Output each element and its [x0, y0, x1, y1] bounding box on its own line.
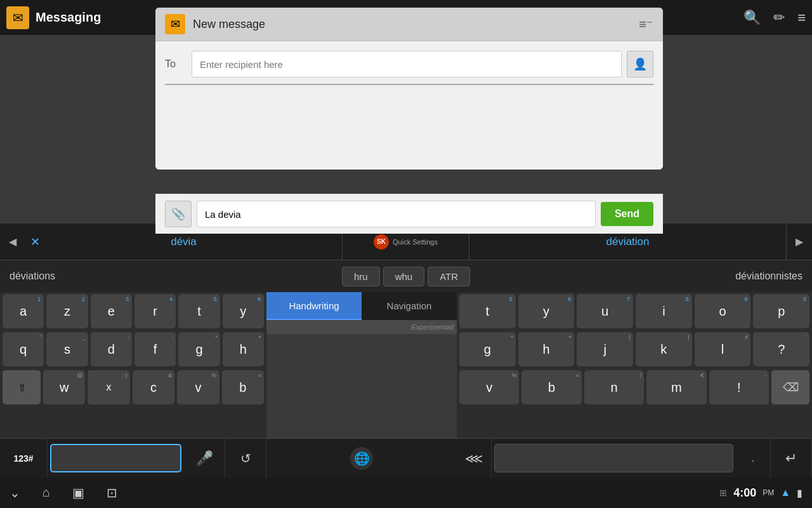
key-q[interactable]: "q: [3, 332, 44, 366]
clock: 4:00: [733, 486, 756, 500]
key-row-2-left: "q _s ;d :f *g +h: [0, 330, 266, 368]
sub-suggestion-right-text[interactable]: déviationnistes: [735, 271, 802, 282]
new-message-dialog: ✉ New message ≡⁻ To 👤: [155, 8, 663, 170]
key-f[interactable]: :f: [134, 332, 176, 366]
key-row-2-right: *g +h (j )k #l '?: [457, 330, 812, 368]
key-j[interactable]: (j: [577, 332, 633, 366]
sub-suggestion-left-text[interactable]: déviations: [10, 271, 55, 282]
back-button[interactable]: ⌄: [10, 485, 20, 500]
keyboard-main: 1a 2z 3e 4r 5t 6y "q _s ;d :f *g +h ⇧ @w…: [0, 292, 812, 438]
mic-key[interactable]: 🎤: [184, 439, 225, 478]
space-key-right[interactable]: [494, 444, 733, 472]
key-b[interactable]: =b: [222, 370, 264, 404]
key-y-left[interactable]: 6y: [223, 294, 264, 328]
undo-key[interactable]: ↺: [225, 439, 266, 478]
keyboard-left: 1a 2z 3e 4r 5t 6y "q _s ;d :f *g +h ⇧ @w…: [0, 292, 266, 438]
attach-button[interactable]: 📎: [165, 201, 192, 227]
keyboard-center: Handwriting Navigation Experimentall: [266, 292, 457, 438]
key-d[interactable]: ;d: [91, 332, 132, 366]
key-e[interactable]: 3e: [91, 294, 132, 328]
key-s[interactable]: _s: [46, 332, 88, 366]
sub-suggest-whu[interactable]: whu: [383, 267, 425, 286]
key-y-right[interactable]: 6y: [518, 294, 575, 328]
keyboard-area: ◀ ✕ dévia SK Quick Settings déviation ▶ …: [0, 224, 812, 478]
dialog-header: ✉ New message ≡⁻: [155, 8, 663, 41]
app-icon: ✉: [6, 6, 29, 29]
experimental-label: Experimentall: [411, 323, 454, 331]
key-c[interactable]: &c: [133, 370, 174, 404]
backspace-key[interactable]: ⌫: [771, 370, 809, 404]
key-g-right[interactable]: *g: [459, 332, 516, 366]
key-u[interactable]: 7u: [577, 294, 633, 328]
key-row-1-left: 1a 2z 3e 4r 5t 6y: [0, 292, 266, 330]
dialog-title: New message: [193, 18, 639, 31]
key-exclaim[interactable]: -!: [709, 370, 769, 404]
key-k[interactable]: )k: [636, 332, 692, 366]
to-row: To 👤: [165, 51, 653, 77]
dialog-menu-button[interactable]: ≡⁻: [639, 17, 653, 32]
right-nav-arrow[interactable]: ▶: [787, 224, 812, 260]
compose-row: 📎 Send: [155, 194, 663, 234]
key-g[interactable]: *g: [178, 332, 219, 366]
enter-key[interactable]: ↵: [771, 439, 812, 478]
send-button[interactable]: Send: [601, 202, 653, 226]
keyboard-bottom-row: 123# 🎤 ↺ 🌐 ⋘ . ↵: [0, 438, 812, 478]
key-z[interactable]: 2z: [46, 294, 88, 328]
close-icon[interactable]: ✕: [30, 235, 40, 249]
message-body[interactable]: [165, 84, 653, 160]
key-p[interactable]: 0p: [753, 294, 809, 328]
key-v-right[interactable]: %v: [459, 370, 519, 404]
sub-suggest-hru[interactable]: hru: [342, 267, 380, 286]
keyboard-bottom-center: 🌐: [266, 439, 457, 478]
contact-button[interactable]: 👤: [627, 51, 653, 77]
key-b-right[interactable]: =b: [521, 370, 581, 404]
key-n[interactable]: /n: [584, 370, 644, 404]
keyboard-tab-row: Handwriting Navigation: [266, 292, 457, 320]
space-key-left[interactable]: [50, 444, 181, 472]
sub-suggestions-center: hru whu ATR: [311, 267, 501, 286]
dot-key[interactable]: .: [736, 439, 771, 478]
handwriting-canvas[interactable]: Experimentall: [266, 320, 457, 334]
key-i[interactable]: 8i: [636, 294, 692, 328]
dialog-body: To 👤: [155, 41, 663, 170]
suggestion-left-text: dévia: [171, 236, 197, 248]
recents-button[interactable]: ▣: [72, 485, 84, 500]
search-icon[interactable]: 🔍: [743, 10, 761, 26]
num-key[interactable]: 123#: [0, 439, 48, 478]
message-input[interactable]: [197, 201, 596, 227]
shift-key[interactable]: ⇧: [3, 370, 41, 404]
share-key[interactable]: ⋘: [457, 439, 492, 478]
sub-suggest-atr[interactable]: ATR: [428, 267, 470, 286]
key-t[interactable]: 5t: [178, 294, 219, 328]
dialog-icon: ✉: [165, 14, 185, 34]
left-nav-arrow[interactable]: ◀: [0, 224, 25, 260]
key-x[interactable]: :-)x: [88, 370, 129, 404]
to-label: To: [165, 58, 184, 70]
menu-icon[interactable]: ≡: [797, 10, 806, 26]
globe-key[interactable]: 🌐: [350, 447, 373, 470]
system-nav: ⌄ ⌂ ▣ ⊡: [10, 485, 719, 500]
compose-icon[interactable]: ✏: [773, 10, 785, 26]
sub-suggestion-right: déviationnistes: [501, 271, 812, 282]
home-button[interactable]: ⌂: [43, 485, 50, 500]
sub-suggestion-left: déviations: [0, 271, 311, 282]
quick-settings-label: Quick Settings: [393, 238, 438, 246]
key-row-3-right: %v =b /n €m -! ⌫: [457, 368, 812, 406]
key-h[interactable]: +h: [223, 332, 264, 366]
key-a[interactable]: 1a: [3, 294, 44, 328]
key-h-right[interactable]: +h: [518, 332, 575, 366]
tab-handwriting[interactable]: Handwriting: [266, 292, 362, 320]
keyboard-right: 5t 6y 7u 8i 9o 0p *g +h (j )k #l '? %v =…: [457, 292, 812, 438]
recipient-input[interactable]: [192, 51, 622, 77]
key-v[interactable]: %v: [177, 370, 219, 404]
key-l[interactable]: #l: [695, 332, 751, 366]
key-r[interactable]: 4r: [134, 294, 176, 328]
system-status: ⊞ 4:00 PM ▲ ▮: [719, 486, 802, 500]
key-question[interactable]: '?: [753, 332, 809, 366]
key-t-right[interactable]: 5t: [459, 294, 516, 328]
key-o[interactable]: 9o: [695, 294, 751, 328]
key-w[interactable]: @w: [43, 370, 85, 404]
key-m[interactable]: €m: [646, 370, 706, 404]
screenshot-button[interactable]: ⊡: [107, 485, 117, 500]
tab-navigation[interactable]: Navigation: [362, 292, 457, 320]
